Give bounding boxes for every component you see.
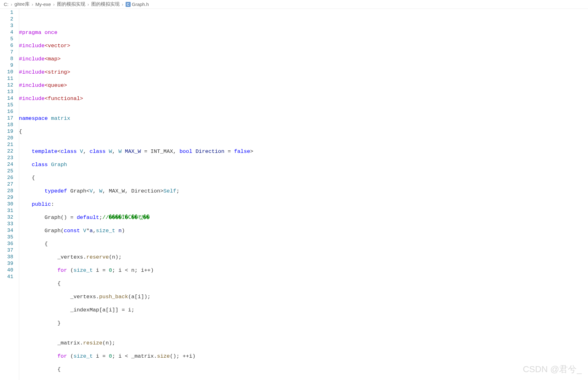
line-number: 41 bbox=[0, 274, 13, 280]
breadcrumb-item[interactable]: My-exe bbox=[36, 2, 51, 7]
line-number: 39 bbox=[0, 260, 13, 267]
line-number: 27 bbox=[0, 181, 13, 188]
code-token: size_t bbox=[96, 228, 115, 234]
line-number: 17 bbox=[0, 115, 13, 122]
code-token: Graph< bbox=[67, 188, 89, 194]
code-token: , bbox=[93, 188, 99, 194]
code-token: #include bbox=[19, 69, 45, 75]
line-number: 13 bbox=[0, 89, 13, 95]
breadcrumb-file[interactable]: Graph.h bbox=[132, 2, 149, 7]
code-token: > bbox=[250, 148, 253, 154]
breadcrumb-item[interactable]: C: bbox=[4, 2, 8, 7]
chevron-right-icon: › bbox=[122, 2, 123, 7]
line-number: 6 bbox=[0, 42, 13, 49]
code-token: ( bbox=[67, 353, 73, 359]
breadcrumb-item[interactable]: 图的模拟实现 bbox=[57, 1, 85, 7]
code-editor[interactable]: 1234567891011121314151617181920212223242… bbox=[0, 9, 588, 380]
code-token: #pragma bbox=[19, 30, 41, 36]
code-token: <vector> bbox=[45, 43, 71, 49]
line-number: 20 bbox=[0, 135, 13, 142]
code-token: 0 bbox=[109, 267, 112, 273]
line-number: 11 bbox=[0, 75, 13, 82]
line-number: 7 bbox=[0, 49, 13, 56]
code-token: const bbox=[64, 228, 80, 234]
code-token: _vertexs. bbox=[19, 254, 86, 260]
code-token: size_t bbox=[73, 353, 93, 359]
chevron-right-icon: › bbox=[53, 2, 55, 7]
code-token: ) bbox=[122, 228, 125, 234]
chevron-right-icon: › bbox=[88, 2, 89, 7]
code-content[interactable]: #pragma once #include<vector> #include<m… bbox=[19, 9, 588, 380]
code-token: * bbox=[86, 228, 89, 234]
code-token: i = bbox=[93, 353, 109, 359]
code-token: MAX_W bbox=[122, 148, 141, 154]
code-token: reserve bbox=[86, 254, 109, 260]
code-token: resize bbox=[83, 340, 102, 346]
line-number: 37 bbox=[0, 247, 13, 254]
line-number: 10 bbox=[0, 69, 13, 75]
code-token: <queue> bbox=[45, 82, 67, 88]
line-number: 5 bbox=[0, 36, 13, 42]
code-token: n bbox=[115, 228, 122, 234]
line-number: 22 bbox=[0, 148, 13, 155]
code-token: #include bbox=[19, 56, 45, 62]
line-number: 26 bbox=[0, 175, 13, 181]
line-number: 18 bbox=[0, 122, 13, 128]
code-token: public bbox=[19, 201, 51, 207]
line-number: 1 bbox=[0, 9, 13, 16]
code-token: = INT_MAX, bbox=[141, 148, 179, 154]
code-token: default bbox=[77, 215, 99, 221]
line-number: 2 bbox=[0, 16, 13, 23]
code-token: _vertexs. bbox=[19, 294, 99, 300]
line-numbers-gutter: 1234567891011121314151617181920212223242… bbox=[0, 9, 19, 380]
line-number: 40 bbox=[0, 267, 13, 274]
c-file-icon: C bbox=[126, 2, 131, 7]
code-token: V bbox=[80, 228, 86, 234]
code-token: V bbox=[89, 188, 93, 194]
line-number: 32 bbox=[0, 214, 13, 221]
code-token: W bbox=[105, 148, 112, 154]
code-line: { bbox=[19, 280, 588, 287]
line-number: 31 bbox=[0, 208, 13, 214]
line-number: 14 bbox=[0, 95, 13, 102]
line-number: 35 bbox=[0, 234, 13, 241]
code-line: { bbox=[19, 241, 588, 247]
code-token: (n); bbox=[102, 340, 115, 346]
code-line: } bbox=[19, 320, 588, 327]
breadcrumb-item[interactable]: gitee库 bbox=[14, 1, 30, 7]
line-number: 28 bbox=[0, 188, 13, 194]
line-number: 16 bbox=[0, 109, 13, 115]
code-token: ; bbox=[99, 215, 102, 221]
breadcrumb-item[interactable]: 图的模拟实现 bbox=[91, 1, 120, 7]
code-token: Direction bbox=[192, 148, 224, 154]
code-token: Graph() = bbox=[19, 215, 77, 221]
code-token: Graph bbox=[48, 162, 67, 168]
code-token: , bbox=[93, 228, 96, 234]
code-token: <map> bbox=[45, 56, 61, 62]
code-token: matrix bbox=[48, 115, 70, 121]
line-number: 24 bbox=[0, 161, 13, 168]
line-number: 29 bbox=[0, 194, 13, 201]
code-line: { bbox=[19, 128, 588, 135]
line-number: 33 bbox=[0, 221, 13, 227]
code-token: <functional> bbox=[45, 96, 83, 102]
code-token: ; i < n; i++) bbox=[112, 267, 154, 273]
code-line: _indexMap[a[i]] = i; bbox=[19, 307, 588, 313]
chevron-right-icon: › bbox=[11, 2, 12, 7]
code-token: #include bbox=[19, 82, 45, 88]
code-token: , MAX_W, Direction> bbox=[102, 188, 163, 194]
line-number: 8 bbox=[0, 56, 13, 62]
code-token: V bbox=[77, 148, 83, 154]
line-number: 3 bbox=[0, 23, 13, 29]
code-token: ; i < _matrix. bbox=[112, 353, 157, 359]
code-token: size bbox=[157, 353, 170, 359]
code-token: 0 bbox=[109, 353, 112, 359]
code-token: , bbox=[112, 148, 118, 154]
line-number: 12 bbox=[0, 82, 13, 89]
code-token: ( bbox=[67, 267, 73, 273]
line-number: 36 bbox=[0, 241, 13, 247]
watermark: CSDN @君兮_ bbox=[523, 363, 582, 375]
code-token: #include bbox=[19, 96, 45, 102]
code-token: push_back bbox=[99, 294, 128, 300]
code-line: { bbox=[19, 366, 588, 373]
